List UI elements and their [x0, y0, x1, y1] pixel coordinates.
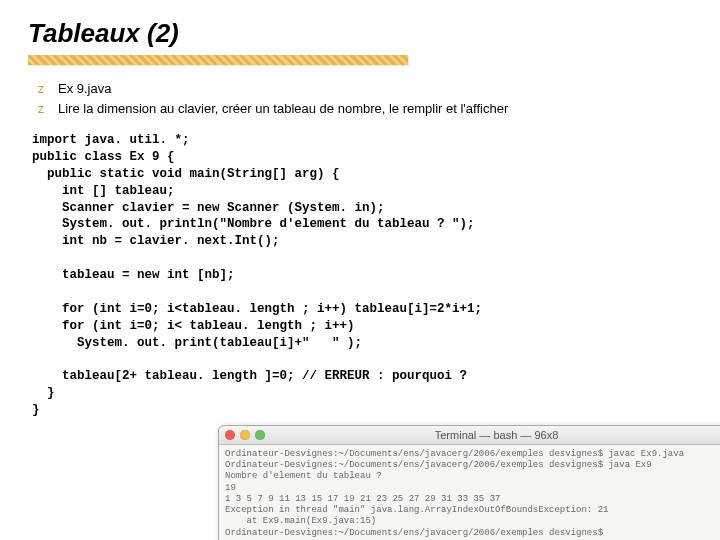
- close-icon[interactable]: [225, 430, 235, 440]
- bullet-marker: z: [38, 100, 58, 118]
- terminal-titlebar: Terminal — bash — 96x8: [219, 426, 720, 445]
- list-item: z Lire la dimension au clavier, créer un…: [38, 99, 692, 119]
- list-item: z Ex 9.java: [38, 79, 692, 99]
- page-title: Tableaux (2): [28, 18, 692, 49]
- bullet-list: z Ex 9.java z Lire la dimension au clavi…: [38, 79, 692, 118]
- bullet-text: Ex 9.java: [58, 79, 111, 99]
- terminal-title: Terminal — bash — 96x8: [270, 429, 720, 441]
- bullet-marker: z: [38, 80, 58, 98]
- bullet-text: Lire la dimension au clavier, créer un t…: [58, 99, 508, 119]
- title-underline: [28, 55, 408, 65]
- terminal-output: Ordinateur-Desvignes:~/Documents/ens/jav…: [219, 445, 720, 540]
- minimize-icon[interactable]: [240, 430, 250, 440]
- zoom-icon[interactable]: [255, 430, 265, 440]
- code-block: import java. util. *; public class Ex 9 …: [32, 132, 692, 419]
- terminal-window: Terminal — bash — 96x8 Ordinateur-Desvig…: [218, 425, 720, 540]
